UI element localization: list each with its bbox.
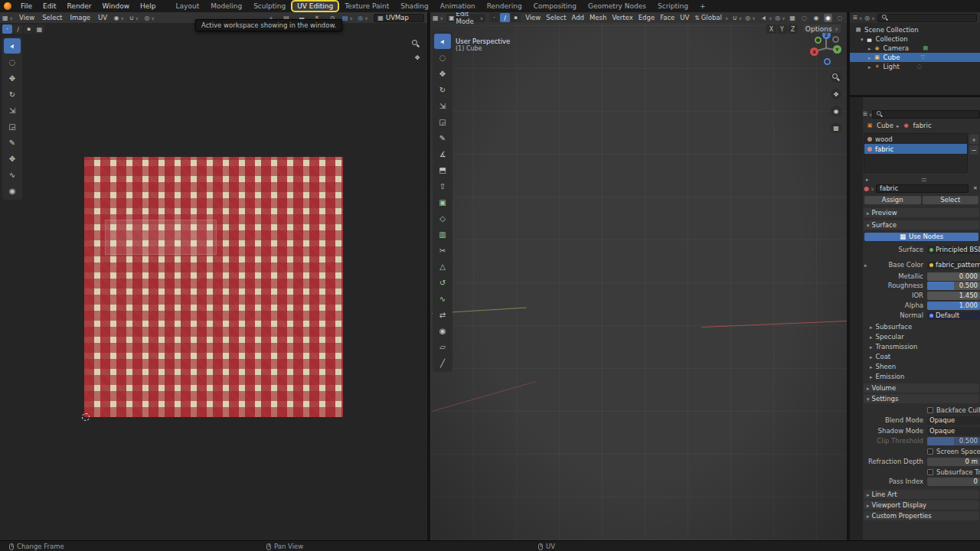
blend-mode-dropdown[interactable]: Opaque: [927, 416, 980, 425]
vp-menu-uv[interactable]: UV: [679, 14, 690, 21]
ior-slider[interactable]: 1.450: [927, 292, 980, 300]
xray-icon[interactable]: [789, 14, 796, 22]
uv-pan-icon[interactable]: [412, 52, 423, 63]
list-resize-grip[interactable]: ⚌: [921, 175, 928, 183]
menu-edit[interactable]: Edit: [41, 2, 57, 11]
outliner-row-collection[interactable]: Collection: [850, 34, 980, 44]
uv-tool-relax-brush[interactable]: [4, 167, 21, 182]
gizmos-icon[interactable]: [763, 14, 772, 22]
expand-icon[interactable]: [868, 54, 871, 61]
assign-button[interactable]: Assign: [864, 196, 921, 204]
tab-compositing[interactable]: Compositing: [529, 2, 581, 11]
blender-logo-icon[interactable]: [4, 2, 11, 10]
slot-specials-icon[interactable]: [866, 175, 869, 183]
vp-menu-mesh[interactable]: Mesh: [589, 14, 607, 21]
tab-texture-paint[interactable]: Texture Paint: [340, 2, 394, 11]
menu-render[interactable]: Render: [66, 2, 93, 11]
viewport-zoom-icon[interactable]: [831, 72, 841, 83]
tool-inset-faces[interactable]: [434, 194, 451, 210]
uv-menu-uv[interactable]: UV: [97, 14, 108, 21]
uv-tool-scale[interactable]: [4, 103, 21, 118]
uv-texture-image[interactable]: [84, 157, 343, 417]
tool-shrink-fatten[interactable]: [434, 323, 451, 338]
vp-menu-view[interactable]: View: [524, 14, 541, 21]
tool-extrude-region[interactable]: [434, 178, 451, 194]
tab-uv-editing[interactable]: UV Editing: [292, 2, 338, 11]
tool-measure[interactable]: [434, 146, 451, 161]
gizmo-y-ball[interactable]: Y: [833, 45, 841, 54]
uv-tool-transform[interactable]: [4, 119, 21, 134]
uv-menu-select[interactable]: Select: [41, 14, 63, 21]
custom-properties-section-header[interactable]: Custom Properties: [864, 511, 979, 520]
uv-tool-rotate[interactable]: [4, 86, 21, 102]
coat-section[interactable]: Coat: [870, 352, 977, 360]
backface-culling-checkbox[interactable]: [927, 407, 933, 413]
tool-shear[interactable]: [434, 339, 451, 354]
expand-icon[interactable]: [864, 261, 867, 269]
tool-select-box[interactable]: [434, 34, 451, 49]
outliner-row-cube[interactable]: Cube: [850, 53, 980, 62]
light-visibility-icon[interactable]: [916, 64, 923, 70]
expand-icon[interactable]: [861, 35, 864, 43]
outliner-row-scene-collection[interactable]: Scene Collection: [850, 25, 980, 34]
emission-section[interactable]: Emission: [870, 372, 977, 380]
options-dropdown[interactable]: Options: [803, 24, 841, 33]
mode-dropdown[interactable]: Edit Mode: [446, 14, 485, 22]
uv-tool-pinch-brush[interactable]: [4, 183, 21, 198]
tab-shading[interactable]: Shading: [396, 2, 433, 11]
editor-type-uv-icon[interactable]: [3, 14, 12, 22]
outliner-search-input[interactable]: [877, 14, 977, 22]
tool-bevel[interactable]: [434, 210, 451, 226]
tool-scale[interactable]: [434, 98, 451, 113]
shading-material-icon[interactable]: [824, 14, 831, 22]
tab-rendering[interactable]: Rendering: [482, 2, 527, 11]
unlink-material-icon[interactable]: [971, 184, 980, 193]
uv-menu-image[interactable]: Image: [69, 14, 91, 21]
tool-transform[interactable]: [434, 114, 451, 129]
menu-help[interactable]: Help: [139, 2, 158, 11]
uv-zoom-icon[interactable]: [410, 38, 421, 49]
vp-menu-select[interactable]: Select: [545, 14, 567, 21]
tool-add-cube[interactable]: [434, 162, 451, 178]
viewport-sidebar-splitter[interactable]: [847, 12, 850, 540]
viewport-display-section-header[interactable]: Viewport Display: [864, 500, 979, 510]
uv-2d-cursor[interactable]: [82, 413, 90, 421]
uv-editor-canvas[interactable]: [0, 23, 427, 540]
tool-smooth[interactable]: [434, 291, 451, 306]
uv-tool-select-box[interactable]: [4, 38, 21, 54]
outliner-row-light[interactable]: ☀ Light: [850, 62, 980, 71]
gizmo-y-neg-ball[interactable]: [815, 37, 822, 44]
properties-search-input[interactable]: [872, 110, 980, 119]
shading-rendered-icon[interactable]: [836, 14, 844, 22]
viewport-canvas[interactable]: X Y Z Options User Perspective (1) Cube: [430, 23, 847, 540]
uv-tool-select-circle[interactable]: [4, 54, 21, 70]
tab-modeling[interactable]: Modeling: [206, 2, 247, 11]
pass-index-field[interactable]: 0: [927, 478, 980, 486]
volume-section-header[interactable]: Volume: [864, 383, 979, 393]
properties-filter-icon[interactable]: [863, 110, 872, 119]
tab-animation[interactable]: Animation: [436, 2, 480, 11]
settings-section-header[interactable]: Settings: [864, 394, 979, 403]
use-nodes-button[interactable]: Use Nodes: [864, 233, 978, 241]
tool-knife[interactable]: [434, 243, 451, 258]
mirror-z-button[interactable]: Z: [788, 24, 798, 34]
surface-shader-dropdown[interactable]: Principled BSDF: [927, 246, 980, 254]
slot-wood[interactable]: wood: [864, 134, 967, 144]
add-workspace-button[interactable]: +: [695, 2, 710, 11]
alpha-slider[interactable]: 1.000: [927, 302, 980, 310]
select-vertex-button[interactable]: [489, 13, 499, 22]
vp-menu-vertex[interactable]: Vertex: [611, 14, 633, 21]
tab-layout[interactable]: Layout: [172, 2, 204, 11]
preview-section-header[interactable]: Preview: [864, 208, 979, 217]
shadow-mode-dropdown[interactable]: Opaque: [927, 427, 980, 435]
subsurface-section[interactable]: Subsurface: [870, 322, 977, 331]
select-edge-button[interactable]: [500, 13, 510, 22]
shading-wireframe-icon[interactable]: [800, 14, 808, 22]
sss-translucency-checkbox[interactable]: [927, 469, 933, 475]
cube-data-icon[interactable]: [919, 54, 926, 60]
sheen-section[interactable]: Sheen: [870, 362, 977, 370]
overlays-icon[interactable]: [776, 14, 785, 22]
vp-menu-face[interactable]: Face: [659, 14, 675, 21]
image-browse-icon[interactable]: [343, 14, 352, 22]
gizmo-x-ball[interactable]: X: [810, 47, 818, 56]
